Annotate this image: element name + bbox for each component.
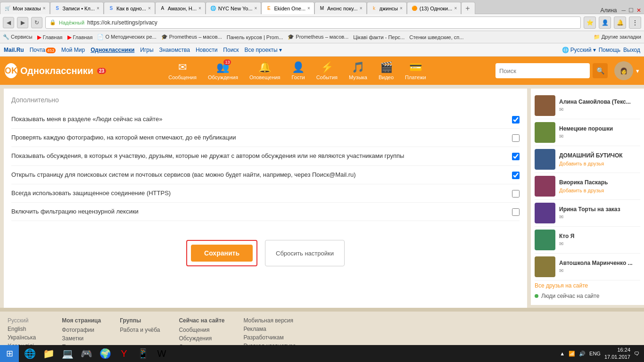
extensions-btn[interactable]: ⭐ [584, 16, 596, 29]
ok-nav-video[interactable]: 🎬 Видео [373, 61, 399, 80]
mailru-nav-news[interactable]: Новости [196, 47, 217, 53]
footer-photos[interactable]: Фотографии [62, 327, 101, 333]
start-button[interactable]: ⊞ [0, 345, 19, 362]
ok-nav-discussions[interactable]: 👥13 Обсуждения [202, 61, 244, 80]
ok-logo[interactable]: OK Одноклассники 23 [5, 63, 99, 78]
tab-close-9[interactable]: × [454, 6, 457, 11]
friend-item-0[interactable]: Алина Самойлова (Текс... ✉ [535, 92, 640, 119]
tab-4[interactable]: A Амазон, Н... × [155, 2, 206, 14]
taskbar-explorer[interactable]: 📁 [40, 346, 58, 362]
ok-nav-events[interactable]: ⚡ События [311, 61, 343, 80]
tab-9[interactable]: 🟠 (13) Одноки... × [407, 2, 462, 14]
bookmark-main1[interactable]: ▶ Главная [37, 34, 63, 41]
add-friend-link-3[interactable]: Добавить в друзья [559, 188, 604, 193]
tab-3[interactable]: S Как в одно... × [104, 2, 155, 14]
tab-5[interactable]: 🌐 NYC New Yo... × [206, 2, 262, 14]
exit-link[interactable]: Выход [623, 47, 640, 53]
ok-nav-music[interactable]: 🎵 Музыка [343, 61, 373, 80]
tab-close-4[interactable]: × [198, 6, 201, 11]
notification-center[interactable]: 🗨 [634, 351, 639, 356]
profile-btn[interactable]: 👤 [599, 16, 611, 29]
bookmark-walls[interactable]: Стенки шведские, сп... [409, 34, 463, 40]
taskbar-up-arrow[interactable]: ▲ [560, 351, 565, 356]
bookmark-prometheus1[interactable]: 🎓 Prometheus – масов... [161, 34, 222, 40]
footer-dev[interactable]: Разработчикам [243, 334, 296, 341]
mailru-nav-search[interactable]: Поиск [223, 47, 239, 53]
tab-8[interactable]: k джинсы × [367, 2, 407, 14]
friend-item-1[interactable]: Немецкие порошки ✉ [535, 119, 640, 146]
mailru-nav-pochta[interactable]: Почта453 [30, 47, 56, 53]
footer-messages[interactable]: Сообщения [179, 327, 224, 333]
setting-checkbox-2[interactable] [512, 153, 520, 160]
menu-btn[interactable]: ⋮ [629, 16, 641, 29]
mailru-nav-moi-mir[interactable]: Мой Мир [61, 47, 85, 53]
lang-button[interactable]: 🌐 Русский ▾ [562, 47, 596, 53]
footer-discussions[interactable]: Обсуждения [179, 335, 224, 342]
bookmark-prometheus2[interactable]: 🎓 Prometheus – масов... [288, 34, 348, 40]
tab-6[interactable]: E Ekiden One... × [261, 2, 314, 14]
tab-7[interactable]: M Анонс поку... × [314, 2, 367, 14]
friend-item-5[interactable]: Кто Я ✉ [535, 227, 640, 254]
footer-work-edu[interactable]: Работа и учёба [120, 327, 160, 333]
ok-nav-guests[interactable]: 👤 Гости [286, 61, 311, 80]
bookmark-facts[interactable]: Цікаві факти - Перс... [353, 34, 405, 40]
new-tab-btn[interactable]: + [461, 2, 475, 14]
footer-lang-english[interactable]: English [8, 326, 43, 332]
footer-lang-ukr[interactable]: Українська [8, 334, 43, 341]
reset-button[interactable]: Сбросить настройки [265, 240, 345, 266]
friend-item-4[interactable]: Ирина Торты на заказ ✉ [535, 200, 640, 227]
footer-mobile[interactable]: Мобильная версия [243, 317, 296, 324]
setting-checkbox-4[interactable] [512, 190, 520, 197]
close-btn[interactable]: ✕ [636, 7, 641, 14]
friend-item-2[interactable]: ДОМАШНИЙ БУТИЧОК Добавить в друзья [535, 146, 640, 173]
tab-close-8[interactable]: × [400, 6, 403, 11]
all-friends-link[interactable]: Все друзья на сайте [535, 280, 640, 291]
bookmark-services[interactable]: 🔧 Сервисы [3, 34, 33, 40]
ok-search-input[interactable] [495, 63, 590, 78]
add-friend-link-2[interactable]: Добавить в друзья [559, 161, 604, 166]
ok-nav-notifications[interactable]: 🔔 Оповещения [244, 61, 286, 80]
address-bar[interactable]: 🔒 Надёжный https://ok.ru/settings/privac… [45, 16, 581, 29]
taskbar-yandex[interactable]: Y [115, 346, 133, 362]
user-avatar[interactable]: 👩 [614, 61, 633, 80]
bookmark-others[interactable]: 📁 Другие закладки [594, 34, 641, 40]
tab-close-3[interactable]: × [148, 6, 151, 11]
mailru-nav-ok[interactable]: Одноклассники [91, 47, 134, 53]
ok-search-button[interactable]: 🔍 [593, 63, 608, 78]
bookmark-methodical[interactable]: 📄 О Методических ре... [97, 34, 156, 40]
tab-close-1[interactable]: × [43, 6, 46, 11]
notifications-btn[interactable]: 🔔 [614, 16, 626, 29]
setting-checkbox-5[interactable] [512, 208, 520, 216]
setting-checkbox-3[interactable] [512, 172, 520, 179]
taskbar-viber[interactable]: 📱 [134, 346, 152, 362]
forward-button[interactable]: ▶ [17, 17, 28, 28]
refresh-button[interactable]: ↻ [31, 17, 42, 28]
footer-ads[interactable]: Реклама [243, 326, 296, 332]
setting-checkbox-1[interactable] [512, 134, 520, 142]
tab-2[interactable]: S Записи • Кл... × [50, 2, 104, 14]
restore-btn[interactable]: ☐ [628, 7, 634, 14]
mailru-nav-dating[interactable]: Знакомства [159, 47, 190, 53]
back-button[interactable]: ◀ [3, 17, 14, 28]
bookmark-main2[interactable]: ▶ Главная [67, 34, 93, 41]
taskbar-game[interactable]: 🎮 [77, 346, 95, 362]
bookmark-prom-panel[interactable]: Панель курсов | Prom... [227, 34, 283, 40]
taskbar-computer[interactable]: 💻 [58, 346, 76, 362]
lang-indicator[interactable]: ENG [589, 351, 601, 356]
footer-notes[interactable]: Заметки [62, 335, 101, 342]
ok-nav-payments[interactable]: 💳 Платежи [399, 61, 432, 80]
friend-item-6[interactable]: Автошкола Маринченко ... ✉ [535, 254, 640, 280]
minimize-btn[interactable]: ─ [621, 7, 626, 14]
tab-1[interactable]: 🛒 Мои заказы × [0, 2, 50, 14]
setting-checkbox-0[interactable] [512, 116, 520, 123]
tab-close-5[interactable]: × [255, 6, 257, 11]
taskbar-chrome[interactable]: 🌍 [96, 346, 114, 362]
avatar-dropdown[interactable]: ▾ [636, 67, 639, 74]
mailru-nav-games[interactable]: Игры [140, 47, 153, 53]
ok-nav-messages[interactable]: ✉ Сообщения [163, 61, 202, 80]
tab-close-6[interactable]: × [307, 6, 310, 11]
mailru-nav-all[interactable]: Все проекты ▾ [245, 47, 282, 53]
tab-close-7[interactable]: × [360, 6, 363, 11]
friend-item-3[interactable]: Виорика Паскарь Добавить в друзья [535, 173, 640, 200]
tab-close-2[interactable]: × [97, 6, 99, 11]
